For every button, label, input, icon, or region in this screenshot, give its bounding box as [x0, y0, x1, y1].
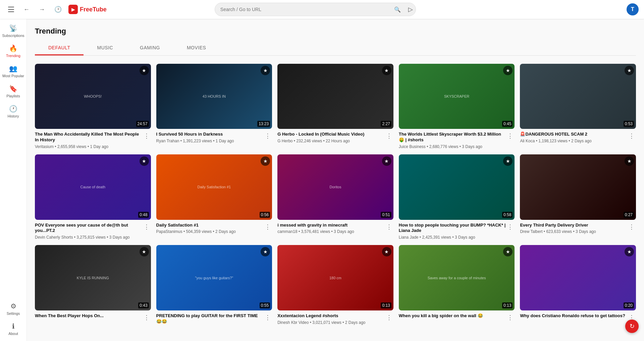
- sidebar-item-most-popular[interactable]: 👥 Most Popular: [0, 62, 26, 81]
- video-card[interactable]: Daily Satisfaction #1 ★ 0:56 Daily Satis…: [156, 154, 272, 240]
- duration-badge: 0:55: [260, 302, 270, 308]
- save-badge[interactable]: ★: [140, 156, 149, 166]
- save-badge[interactable]: ★: [382, 66, 391, 75]
- video-card[interactable]: SKYSCRAPER ★ 0:45 The Worlds Littlest Sk…: [399, 64, 515, 149]
- sidebar-item-subscriptions[interactable]: 📡 Subscriptions: [0, 21, 26, 40]
- video-card[interactable]: KYLE IS RUNNING ★ 0:43 When The Best Pla…: [35, 245, 151, 326]
- video-card[interactable]: Cause of death ★ 0:48 POV Everyone sees …: [35, 154, 151, 240]
- more-options-button[interactable]: ⋮: [385, 313, 393, 322]
- save-badge[interactable]: ★: [382, 156, 391, 166]
- search-button[interactable]: 🔍: [389, 4, 406, 15]
- tab-movies[interactable]: MOVIES: [173, 41, 219, 55]
- video-text: G Herbo - Locked In (Official Music Vide…: [277, 132, 385, 143]
- duration-badge: 0:58: [502, 212, 513, 218]
- logo-text: FreeTube: [80, 6, 107, 13]
- video-thumbnail: 180 cm ★ 0:13: [277, 245, 393, 310]
- video-card[interactable]: ★ 0:53 🚨DANGEROUS HOTEL SCAM 2 Ali Koca …: [520, 64, 636, 149]
- video-title: Xxxtentacion Legend #shorts: [277, 313, 385, 319]
- save-badge[interactable]: ★: [625, 156, 634, 166]
- save-badge[interactable]: ★: [261, 66, 270, 75]
- video-card[interactable]: 180 cm ★ 0:13 Xxxtentacion Legend #short…: [277, 245, 393, 326]
- video-info: POV Everyone sees your cause of de@th bu…: [35, 223, 151, 240]
- more-options-button[interactable]: ⋮: [627, 223, 636, 231]
- refresh-button[interactable]: ↻: [625, 320, 639, 333]
- video-text: 🚨DANGEROUS HOTEL SCAM 2 Ali Koca • 1,198…: [520, 132, 627, 143]
- video-card[interactable]: Doritos ★ 0:51 i messed with gravity in …: [277, 154, 393, 240]
- video-title: The Man Who Accidentally Killed The Most…: [35, 132, 142, 143]
- duration-badge: 0:53: [624, 121, 634, 127]
- more-options-button[interactable]: ⋮: [263, 313, 272, 322]
- video-text: Xxxtentacion Legend #shorts Dinesh Kbr V…: [277, 313, 385, 325]
- more-options-button[interactable]: ⋮: [263, 223, 272, 231]
- search-bar[interactable]: 🔍 ▷: [215, 3, 416, 16]
- video-thumbnail: ★ 2:27: [277, 64, 393, 129]
- sidebar-item-history[interactable]: 🕐 History: [0, 102, 26, 121]
- thumb-text: Doritos: [327, 182, 344, 192]
- forward-button[interactable]: →: [36, 3, 48, 16]
- sidebar-item-about[interactable]: ℹ About: [0, 320, 26, 338]
- video-text: The Worlds Littlest Skyscraper Worth $3.…: [399, 132, 506, 149]
- more-options-button[interactable]: ⋮: [142, 223, 151, 231]
- duration-badge: 0:27: [624, 212, 634, 218]
- save-badge[interactable]: ★: [382, 247, 391, 256]
- video-info: Every Third Party Delivery Driver Drew T…: [520, 223, 636, 234]
- more-options-button[interactable]: ⋮: [627, 132, 636, 140]
- more-options-button[interactable]: ⋮: [385, 223, 393, 231]
- duration-badge: 2:27: [381, 121, 391, 127]
- tab-music[interactable]: MUSIC: [84, 41, 126, 55]
- video-card[interactable]: ★ 0:27 Every Third Party Delivery Driver…: [520, 154, 636, 240]
- video-card[interactable]: Saves away for a couple of minutes ★ 0:1…: [399, 245, 515, 326]
- filter-button[interactable]: ▷: [406, 3, 416, 16]
- video-card[interactable]: ★ 0:20 Why does Cristiano Ronaldo refuse…: [520, 245, 636, 326]
- more-options-button[interactable]: ⋮: [385, 132, 393, 140]
- video-card[interactable]: ★ 0:58 How to stop people touching your …: [399, 154, 515, 240]
- save-badge[interactable]: ★: [140, 66, 149, 75]
- save-badge[interactable]: ★: [625, 66, 634, 75]
- video-title: I Survived 50 Hours in Darkness: [156, 132, 264, 137]
- save-badge[interactable]: ★: [140, 247, 149, 256]
- thumb-text: [575, 94, 581, 99]
- more-options-button[interactable]: ⋮: [506, 313, 515, 322]
- more-options-button[interactable]: ⋮: [506, 223, 515, 231]
- video-thumbnail: ★ 0:58: [399, 154, 515, 220]
- sidebar-label-settings: Settings: [7, 311, 20, 315]
- video-card[interactable]: "you guys like guitars?" ★ 0:55 PRETENDI…: [156, 245, 272, 326]
- duration-badge: 24:57: [136, 121, 149, 127]
- about-icon: ℹ: [12, 322, 15, 330]
- sidebar-item-settings[interactable]: ⚙ Settings: [0, 299, 26, 318]
- video-title: POV Everyone sees your cause of de@th bu…: [35, 223, 142, 234]
- video-title: Every Third Party Delivery Driver: [520, 223, 627, 228]
- video-meta: Juice Business • 2,680,776 views • 3 Day…: [399, 144, 506, 149]
- menu-button[interactable]: [5, 4, 17, 15]
- sidebar-item-trending[interactable]: 🔥 Trending: [0, 42, 26, 60]
- tab-gaming[interactable]: GAMING: [126, 41, 173, 55]
- video-card[interactable]: 43 HOURS IN ★ 13:23 I Survived 50 Hours …: [156, 64, 272, 149]
- more-options-button[interactable]: ⋮: [142, 132, 151, 140]
- sidebar-label-playlists: Playlists: [6, 94, 20, 98]
- search-input[interactable]: [215, 4, 389, 15]
- video-thumbnail: Doritos ★ 0:51: [277, 154, 393, 220]
- video-thumbnail: WHOOPS! ★ 24:57: [35, 64, 151, 129]
- tab-default[interactable]: DEFAULT: [35, 41, 84, 55]
- more-options-button[interactable]: ⋮: [263, 132, 272, 140]
- video-text: How to stop people touching your BUMP? *…: [399, 223, 506, 240]
- back-button[interactable]: ←: [21, 3, 32, 16]
- video-thumbnail: Cause of death ★ 0:48: [35, 154, 151, 220]
- more-options-button[interactable]: ⋮: [142, 313, 151, 322]
- logo[interactable]: FreeTube: [68, 5, 107, 14]
- thumb-text: [333, 94, 338, 99]
- video-thumbnail: KYLE IS RUNNING ★ 0:43: [35, 245, 151, 310]
- video-card[interactable]: ★ 2:27 G Herbo - Locked In (Official Mus…: [277, 64, 393, 149]
- page-title: Trending: [35, 27, 636, 36]
- sidebar-item-playlists[interactable]: 🔖 Playlists: [0, 82, 26, 101]
- user-avatar[interactable]: T: [627, 3, 639, 15]
- video-card[interactable]: WHOOPS! ★ 24:57 The Man Who Accidentally…: [35, 64, 151, 149]
- video-title: When you kill a big spider on the wall 😂: [399, 313, 506, 319]
- video-meta: Ryan Trahan • 1,391,223 views • 1 Day ag…: [156, 139, 264, 143]
- video-title: How to stop people touching your BUMP? *…: [399, 223, 506, 234]
- thumb-text: KYLE IS RUNNING: [74, 273, 112, 283]
- video-info: G Herbo - Locked In (Official Music Vide…: [277, 132, 393, 143]
- main-content: Trending DEFAULT MUSIC GAMING MOVIES WHO…: [27, 19, 644, 341]
- more-options-button[interactable]: ⋮: [506, 132, 515, 140]
- history-nav-button[interactable]: 🕑: [52, 3, 64, 16]
